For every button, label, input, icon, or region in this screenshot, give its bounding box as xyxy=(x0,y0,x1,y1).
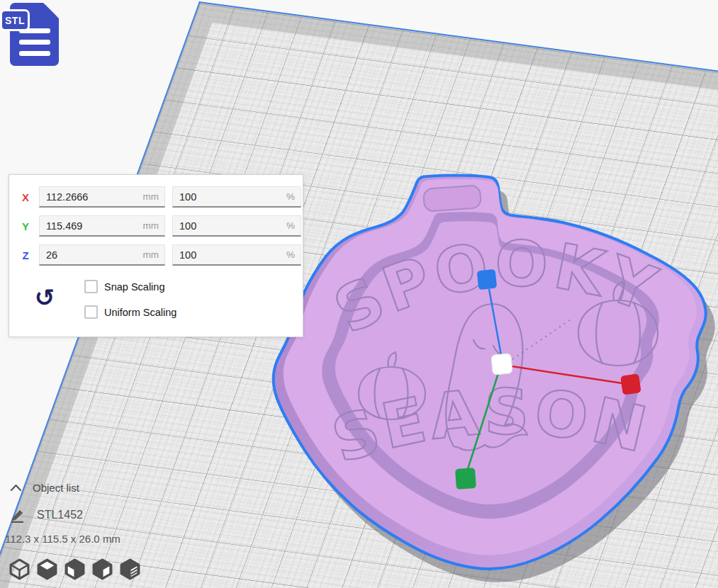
scale-row-z: Z mm % xyxy=(19,244,294,266)
reset-scale-icon[interactable]: ↺ xyxy=(23,287,66,319)
scale-handle-x[interactable] xyxy=(620,373,641,395)
view-orientation-toolbar xyxy=(9,558,141,580)
stl-file-icon[interactable]: STL xyxy=(0,0,68,74)
scale-row-x: X mm % xyxy=(19,186,294,208)
snap-scaling-label: Snap Scaling xyxy=(104,281,164,293)
stl-badge-label: STL xyxy=(0,9,30,31)
model-dimensions-label: 112.3 x 115.5 x 26.0 mm xyxy=(5,533,120,545)
object-name-label: STL1452 xyxy=(37,509,83,521)
scale-tool-panel: X mm % Y mm % Z mm % ↺ xyxy=(9,174,303,337)
scale-x-percent-unit: % xyxy=(286,191,301,202)
scale-z-mm-unit: mm xyxy=(143,249,165,260)
axis-x-label: X xyxy=(19,191,32,203)
scale-x-percent-input[interactable] xyxy=(173,191,286,203)
scale-handle-y[interactable] xyxy=(455,468,476,490)
view-3d-icon[interactable] xyxy=(9,558,30,580)
view-top-icon[interactable] xyxy=(64,558,86,580)
object-list-toggle[interactable]: Object list xyxy=(10,482,79,494)
object-name-row[interactable]: STL1452 xyxy=(10,507,83,523)
scale-row-y: Y mm % xyxy=(19,215,294,237)
axis-y-label: Y xyxy=(19,220,32,232)
chevron-up-icon xyxy=(10,484,22,492)
object-list-label: Object list xyxy=(33,482,79,494)
scale-z-mm-input[interactable] xyxy=(40,249,143,261)
view-left-icon[interactable] xyxy=(91,558,113,580)
scale-y-mm-unit: mm xyxy=(143,220,165,231)
scale-y-percent-input[interactable] xyxy=(173,220,286,232)
view-right-icon[interactable] xyxy=(119,558,141,580)
scale-x-mm-input[interactable] xyxy=(40,191,143,203)
snap-scaling-checkbox[interactable] xyxy=(84,280,98,293)
pencil-icon xyxy=(10,507,27,523)
view-front-icon[interactable] xyxy=(36,558,58,580)
model-3d-view: SPOOKY SEASON xyxy=(262,162,718,588)
scale-y-mm-input[interactable] xyxy=(40,220,143,232)
scale-z-percent-input[interactable] xyxy=(173,249,286,261)
uniform-scaling-label: Uniform Scaling xyxy=(104,307,176,318)
scale-handle-z[interactable] xyxy=(477,269,498,290)
uniform-scaling-checkbox[interactable] xyxy=(84,305,98,319)
scale-handle-center[interactable] xyxy=(491,354,512,375)
hanger-tab-slot xyxy=(423,185,481,212)
axis-z-label: Z xyxy=(19,249,32,261)
scale-z-percent-unit: % xyxy=(286,249,301,260)
scale-y-percent-unit: % xyxy=(286,220,301,231)
scale-x-mm-unit: mm xyxy=(143,191,165,202)
